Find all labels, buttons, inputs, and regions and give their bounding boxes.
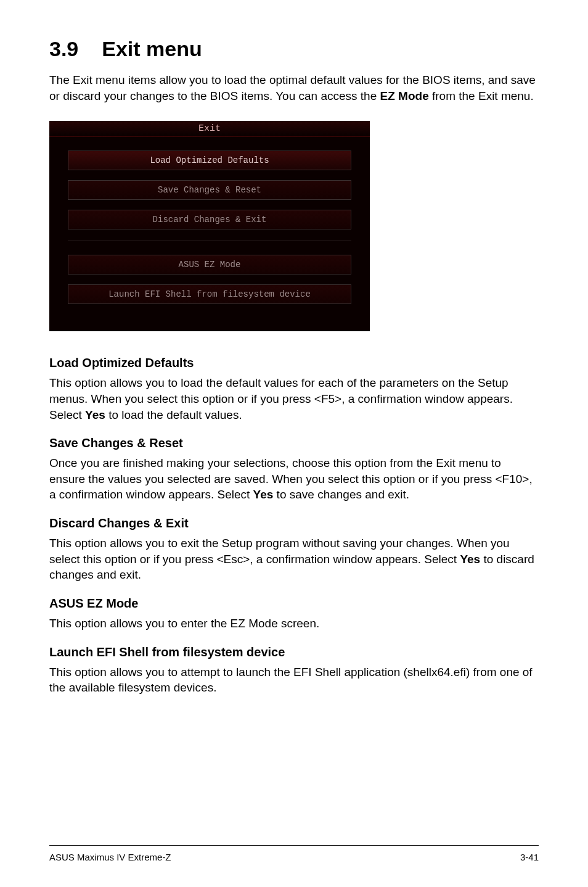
section-body-save: Once you are finished making your select… (49, 455, 539, 503)
bios-divider (68, 241, 351, 241)
section-title-save: Save Changes & Reset (49, 436, 539, 450)
footer-left: ASUS Maximus IV Extreme-Z (49, 852, 171, 862)
bios-button-load-defaults: Load Optimized Defaults (68, 151, 351, 170)
intro-bold: EZ Mode (380, 89, 429, 102)
bios-button-discard-exit: Discard Changes & Exit (68, 210, 351, 229)
bios-button-launch-efi: Launch EFI Shell from filesystem device (68, 284, 351, 304)
discard-bold: Yes (460, 553, 480, 566)
bios-tab-exit: Exit (49, 121, 370, 137)
footer-right: 3-41 (520, 852, 539, 862)
section-body-ezmode: This option allows you to enter the EZ M… (49, 616, 539, 632)
bios-screenshot: Exit Load Optimized Defaults Save Change… (49, 121, 370, 331)
section-body-discard: This option allows you to exit the Setup… (49, 535, 539, 583)
bios-button-save-reset: Save Changes & Reset (68, 180, 351, 200)
save-bold: Yes (253, 488, 274, 501)
heading-number: 3.9 (49, 37, 78, 61)
load-bold: Yes (85, 408, 105, 421)
intro-text-2: from the Exit menu. (429, 89, 534, 102)
section-title-discard: Discard Changes & Exit (49, 516, 539, 530)
section-body-efi: This option allows you to attempt to lau… (49, 664, 539, 696)
page-heading: 3.9Exit menu (49, 37, 539, 61)
page-footer: ASUS Maximus IV Extreme-Z 3-41 (49, 845, 539, 862)
discard-pre: This option allows you to exit the Setup… (49, 537, 510, 566)
load-post: to load the default values. (105, 408, 242, 421)
heading-title: Exit menu (102, 37, 202, 60)
save-post: to save changes and exit. (273, 488, 409, 501)
section-body-load: This option allows you to load the defau… (49, 375, 539, 423)
section-title-ezmode: ASUS EZ Mode (49, 596, 539, 611)
section-title-load: Load Optimized Defaults (49, 356, 539, 370)
section-title-efi: Launch EFI Shell from filesystem device (49, 645, 539, 659)
bios-button-ez-mode: ASUS EZ Mode (68, 255, 351, 274)
intro-paragraph: The Exit menu items allow you to load th… (49, 72, 539, 104)
